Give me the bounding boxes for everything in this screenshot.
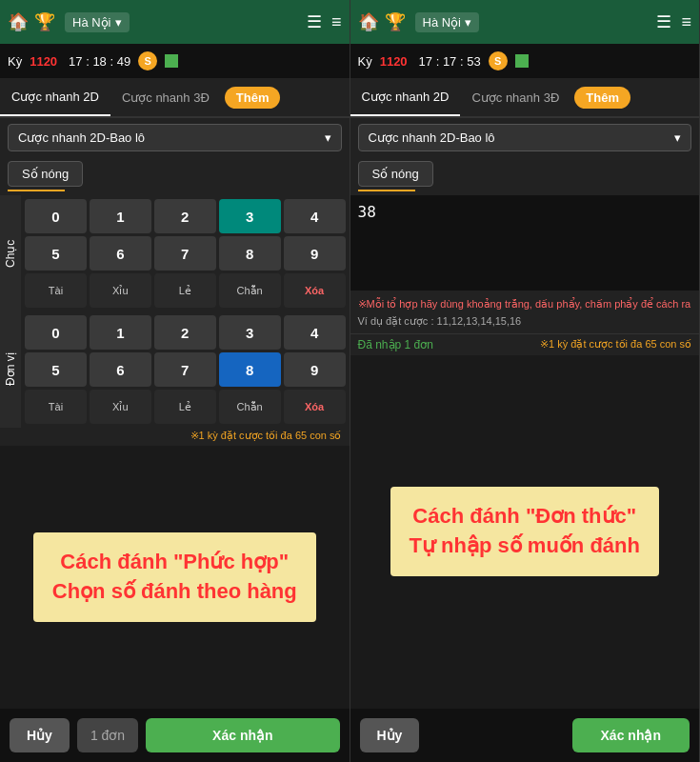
so-nong-btn-right[interactable]: Số nóng	[358, 161, 433, 187]
xacnhan-button-left[interactable]: Xác nhận	[146, 718, 339, 752]
huy-button-right[interactable]: Hủy	[360, 718, 420, 752]
donvi-4[interactable]: 4	[284, 315, 346, 350]
chuc-xiu[interactable]: Xỉu	[90, 273, 151, 308]
menu-icon-right[interactable]: ≡	[681, 12, 691, 32]
chuc-numpad-section: Chục 0 1 2 3 4 5 6 7 8 9 Tài Xỉu Lẻ Chẵn…	[0, 195, 350, 311]
donvi-8[interactable]: 8	[219, 352, 281, 387]
list-icon-right[interactable]: ☰	[656, 11, 671, 32]
home-icon[interactable]: 🏠	[8, 11, 29, 32]
tab-them-left[interactable]: Thêm	[225, 87, 281, 109]
right-tabs: Cược nhanh 2D Cược nhanh 3Đ Thêm	[350, 78, 700, 118]
right-instruction-text: Cách đánh "Đơn thức" Tự nhập số muốn đán…	[390, 487, 659, 576]
left-tabs: Cược nhanh 2D Cược nhanh 3Đ Thêm	[0, 78, 350, 118]
ky-num-right: 1120	[380, 54, 408, 69]
city-label-right: Hà Nội	[423, 15, 462, 30]
so-nong-underline-left	[8, 190, 65, 191]
donvi-5[interactable]: 5	[25, 352, 87, 387]
donvi-xoa[interactable]: Xóa	[284, 390, 346, 424]
chuc-tai[interactable]: Tài	[25, 273, 87, 308]
donvi-3[interactable]: 3	[219, 315, 281, 350]
city-dropdown-left[interactable]: Hà Nội ▾	[65, 12, 130, 32]
chuc-xoa[interactable]: Xóa	[284, 273, 346, 308]
topbar-right-icons-left: ☰ ≡	[307, 11, 342, 32]
trophy-icon-right[interactable]: 🏆	[385, 11, 406, 32]
number-input-field[interactable]: 38	[358, 203, 692, 279]
left-instruction: Cách đánh "Phức hợp" Chọn số đánh theo h…	[0, 446, 350, 709]
chevron-down-icon-right: ▾	[465, 15, 471, 30]
right-panel: 🏠 🏆 Hà Nội ▾ ☰ ≡ Kỳ 1120 17 : 17 : 53 S …	[350, 0, 701, 762]
huy-button-left[interactable]: Hủy	[10, 718, 70, 752]
chuc-label: Chục	[0, 195, 21, 311]
list-icon-left[interactable]: ☰	[307, 11, 322, 32]
trophy-icon[interactable]: 🏆	[34, 11, 55, 32]
da-nhap-row: Đã nhập 1 đơn ※1 kỳ đặt cược tối đa 65 c…	[350, 333, 700, 355]
chevron-down-icon: ▾	[325, 130, 331, 145]
left-bottombar: Hủy 1 đơn Xác nhận	[0, 709, 350, 762]
donvi-2[interactable]: 2	[154, 315, 216, 350]
donvi-1[interactable]: 1	[90, 315, 151, 350]
chuc-grid: 0 1 2 3 4 5 6 7 8 9 Tài Xỉu Lẻ Chẵn Xóa	[21, 195, 350, 311]
chuc-2[interactable]: 2	[154, 199, 216, 233]
chuc-0[interactable]: 0	[25, 199, 87, 233]
so-nong-underline-right	[358, 190, 415, 191]
tab-2d-left[interactable]: Cược nhanh 2D	[0, 78, 110, 116]
donvi-7[interactable]: 7	[154, 352, 216, 387]
chevron-down-icon-r: ▾	[674, 130, 681, 145]
chuc-6[interactable]: 6	[90, 236, 151, 271]
right-so-nong-row: Số nóng	[350, 157, 700, 195]
chuc-4[interactable]: 4	[284, 199, 346, 233]
chuc-9[interactable]: 9	[284, 236, 346, 271]
tab-3d-left[interactable]: Cược nhanh 3Đ	[110, 78, 221, 116]
left-panel: 🏠 🏆 Hà Nội ▾ ☰ ≡ Kỳ 1120 17 : 18 : 49 S …	[0, 0, 350, 762]
donvi-numpad-section: Đơn vị 0 1 2 3 4 5 6 7 8 9 Tài Xỉu Lẻ Ch…	[0, 311, 350, 428]
donvi-tai[interactable]: Tài	[25, 390, 87, 424]
chuc-1[interactable]: 1	[90, 199, 151, 233]
ky-num-left: 1120	[30, 54, 57, 69]
city-dropdown-right[interactable]: Hà Nội ▾	[415, 12, 480, 32]
right-bottombar: Hủy Xác nhận	[350, 709, 700, 762]
donvi-le[interactable]: Lẻ	[154, 390, 216, 424]
hint-example: Ví dụ đặt cược : 11,12,13,14,15,16	[358, 315, 692, 328]
right-infobar: Kỳ 1120 17 : 17 : 53 S	[350, 44, 700, 78]
right-instruction: Cách đánh "Đơn thức" Tự nhập số muốn đán…	[350, 355, 700, 710]
tab-2d-right[interactable]: Cược nhanh 2D	[350, 78, 461, 116]
chuc-chan[interactable]: Chẵn	[219, 273, 281, 308]
left-infobar: Kỳ 1120 17 : 18 : 49 S	[0, 44, 350, 78]
don-button-left[interactable]: 1 đơn	[77, 718, 138, 752]
left-dropdown-row: Cược nhanh 2D-Bao lô ▾	[0, 118, 350, 157]
home-icon-right[interactable]: 🏠	[358, 11, 379, 32]
tab-them-right[interactable]: Thêm	[574, 87, 630, 109]
xacnhan-button-right[interactable]: Xác nhận	[572, 718, 690, 752]
dollar-icon-right[interactable]: S	[489, 51, 508, 70]
donvi-chan[interactable]: Chẵn	[219, 390, 281, 424]
donvi-label: Đơn vị	[0, 311, 21, 428]
chevron-down-icon-left: ▾	[115, 15, 122, 30]
chuc-8[interactable]: 8	[219, 236, 281, 271]
chuc-le[interactable]: Lẻ	[154, 273, 216, 308]
chuc-5[interactable]: 5	[25, 236, 87, 271]
donvi-grid: 0 1 2 3 4 5 6 7 8 9 Tài Xỉu Lẻ Chẵn Xóa	[21, 311, 350, 428]
status-square-right	[515, 54, 529, 68]
left-topbar: 🏠 🏆 Hà Nội ▾ ☰ ≡	[0, 0, 350, 44]
left-so-nong-row: Số nóng	[0, 157, 350, 195]
left-dropdown[interactable]: Cược nhanh 2D-Bao lô ▾	[8, 124, 342, 151]
dollar-icon-left[interactable]: S	[138, 51, 157, 70]
chuc-3[interactable]: 3	[219, 199, 281, 233]
limit-note-left: ※1 kỳ đặt cược tối đa 65 con số	[0, 428, 350, 446]
right-dropdown-row: Cược nhanh 2D-Bao lô ▾	[350, 118, 700, 157]
so-nong-btn-left[interactable]: Số nóng	[8, 161, 83, 187]
ky-label-right: Kỳ	[358, 54, 372, 69]
right-input-area: 38	[350, 195, 700, 291]
tab-3d-right[interactable]: Cược nhanh 3Đ	[460, 78, 570, 116]
donvi-0[interactable]: 0	[25, 315, 87, 350]
chuc-7[interactable]: 7	[154, 236, 216, 271]
menu-icon-left[interactable]: ≡	[331, 12, 342, 32]
right-dropdown[interactable]: Cược nhanh 2D-Bao lô ▾	[358, 124, 692, 151]
status-square-left	[165, 54, 178, 68]
donvi-xiu[interactable]: Xỉu	[90, 390, 151, 424]
donvi-6[interactable]: 6	[90, 352, 151, 387]
left-instruction-text: Cách đánh "Phức hợp" Chọn số đánh theo h…	[33, 532, 316, 622]
donvi-9[interactable]: 9	[284, 352, 346, 387]
topbar-right-icons-right: ☰ ≡	[656, 11, 691, 32]
hint-main-text: ※Mỗi tổ hợp hãy dùng khoảng trắng, dấu p…	[358, 296, 692, 312]
